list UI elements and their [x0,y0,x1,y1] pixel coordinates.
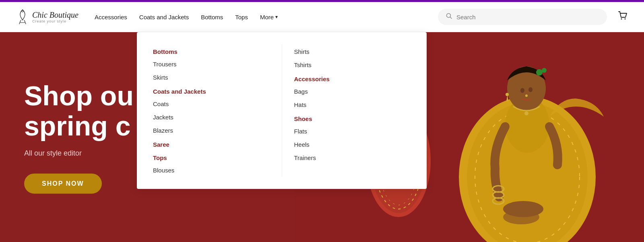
nav-item-coats-jackets[interactable]: Coats and Jackets [139,12,189,22]
nav-item-accessories[interactable]: Accessories [95,12,127,22]
svg-point-18 [536,69,543,76]
svg-point-20 [520,88,524,93]
svg-point-19 [542,68,547,73]
dropdown-category-bottoms[interactable]: Bottoms [153,44,270,57]
dropdown-item-heels[interactable]: Heels [294,138,411,151]
nav-item-bottoms[interactable]: Bottoms [201,12,223,22]
dropdown-item-jackets[interactable]: Jackets [153,111,270,124]
dropdown-col-left: Bottoms Trousers Skirts Coats and Jacket… [153,44,270,177]
header-right [438,9,628,25]
dropdown-category-accessories[interactable]: Accessories [294,72,411,85]
svg-point-24 [524,111,528,115]
search-bar[interactable] [438,9,607,25]
search-icon [446,13,452,21]
dropdown-item-hats[interactable]: Hats [294,98,411,111]
dropdown-item-shirts[interactable]: Shirts [294,44,411,58]
dropdown-category-saree[interactable]: Saree [153,137,270,150]
logo-icon [16,9,29,25]
dropdown-menu: Bottoms Trousers Skirts Coats and Jacket… [137,32,427,189]
dropdown-item-trainers[interactable]: Trainers [294,151,411,164]
dropdown-item-tshirts[interactable]: Tshirts [294,58,411,72]
dropdown-category-coats-jackets[interactable]: Coats and Jackets [153,84,270,97]
svg-point-0 [22,10,23,12]
logo-text: Chic Boutique Create your style [32,10,78,23]
logo[interactable]: Chic Boutique Create your style [16,9,78,25]
shop-now-button[interactable]: SHOP NOW [24,173,102,193]
dropdown-item-coats[interactable]: Coats [153,97,270,111]
svg-point-23 [525,94,528,97]
header: Chic Boutique Create your style Accessor… [0,2,644,32]
dropdown-item-blazers[interactable]: Blazers [153,124,270,137]
search-input[interactable] [456,14,599,21]
hero-content: Shop ouspring c All our style editor SHO… [24,81,134,194]
dropdown-divider [282,44,282,177]
hero-subtitle: All our style editor [24,149,134,157]
logo-subtitle: Create your style [32,19,78,23]
nav-item-tops[interactable]: Tops [235,12,248,22]
svg-point-2 [621,18,622,20]
dropdown-item-skirts[interactable]: Skirts [153,71,270,84]
hero-title: Shop ouspring c [24,81,134,141]
svg-point-29 [503,210,539,224]
cart-icon[interactable] [617,10,628,23]
svg-point-3 [625,18,626,20]
svg-point-22 [506,93,509,96]
dropdown-col-right: Shirts Tshirts Accessories Bags Hats Sho… [294,44,411,177]
dropdown-category-tops[interactable]: Tops [153,150,270,164]
dropdown-item-trousers[interactable]: Trousers [153,57,270,71]
dropdown-item-flats[interactable]: Flats [294,125,411,138]
dropdown-category-shoes[interactable]: Shoes [294,111,411,125]
dropdown-item-bags[interactable]: Bags [294,85,411,98]
nav-item-more[interactable]: More [260,12,278,22]
logo-title: Chic Boutique [32,10,78,19]
dropdown-item-blouses[interactable]: Blouses [153,164,270,177]
main-nav: Accessories Coats and Jackets Bottoms To… [95,12,438,22]
svg-point-21 [528,87,533,92]
